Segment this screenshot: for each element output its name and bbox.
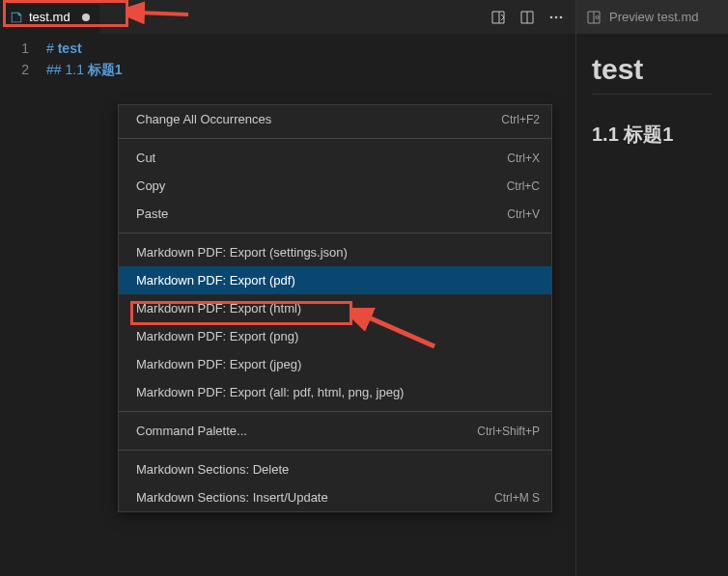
split-editor-icon[interactable] xyxy=(519,10,535,25)
open-preview-side-icon[interactable] xyxy=(490,10,506,25)
menu-md-export-settings[interactable]: Markdown PDF: Export (settings.json) xyxy=(119,238,551,266)
modified-indicator-icon xyxy=(82,14,90,21)
menu-command-palette[interactable]: Command Palette... Ctrl+Shift+P xyxy=(119,417,551,445)
menu-copy[interactable]: Copy Ctrl+C xyxy=(119,172,551,200)
preview-body: test 1.1 标题1 xyxy=(576,34,728,173)
preview-h2: 1.1 标题1 xyxy=(592,122,713,153)
preview-h1: test xyxy=(592,53,713,95)
preview-tab[interactable]: Preview test.md xyxy=(576,0,728,34)
code-lines[interactable]: # test ## 1.1 标题1 xyxy=(46,38,123,80)
context-menu: Change All Occurrences Ctrl+F2 Cut Ctrl+… xyxy=(118,104,552,512)
preview-tab-label: Preview test.md xyxy=(609,10,698,24)
tab-filename: test.md xyxy=(29,10,70,24)
menu-separator xyxy=(119,233,551,233)
preview-pane: Preview test.md test 1.1 标题1 xyxy=(575,0,728,576)
menu-md-export-jpeg[interactable]: Markdown PDF: Export (jpeg) xyxy=(119,350,551,378)
menu-md-sections-insert[interactable]: Markdown Sections: Insert/Update Ctrl+M … xyxy=(119,483,551,511)
tab-bar: test.md xyxy=(0,0,575,34)
menu-separator xyxy=(119,450,551,451)
menu-md-sections-delete[interactable]: Markdown Sections: Delete xyxy=(119,455,551,483)
menu-md-export-png[interactable]: Markdown PDF: Export (png) xyxy=(119,322,551,350)
line-number: 1 xyxy=(0,38,29,59)
tab-actions xyxy=(490,10,575,25)
menu-md-export-pdf[interactable]: Markdown PDF: Export (pdf) xyxy=(119,266,551,294)
menu-separator xyxy=(119,138,551,139)
editor-tab-testmd[interactable]: test.md xyxy=(0,0,99,34)
menu-paste[interactable]: Paste Ctrl+V xyxy=(119,200,551,228)
line-number: 2 xyxy=(0,59,29,80)
preview-icon xyxy=(586,10,602,25)
line-gutter: 1 2 xyxy=(0,38,46,80)
code-line-1: # test xyxy=(46,38,123,59)
editor-content[interactable]: 1 2 # test ## 1.1 标题1 xyxy=(0,34,575,80)
svg-point-1 xyxy=(555,15,558,18)
menu-cut[interactable]: Cut Ctrl+X xyxy=(119,144,551,172)
menu-md-export-html[interactable]: Markdown PDF: Export (html) xyxy=(119,294,551,322)
menu-md-export-all[interactable]: Markdown PDF: Export (all: pdf, html, pn… xyxy=(119,378,551,406)
svg-point-2 xyxy=(560,15,563,18)
menu-separator xyxy=(119,411,551,412)
markdown-file-icon xyxy=(10,11,23,24)
svg-point-3 xyxy=(596,15,599,18)
code-line-2: ## 1.1 标题1 xyxy=(46,59,123,80)
menu-change-all-occurrences[interactable]: Change All Occurrences Ctrl+F2 xyxy=(119,105,551,133)
svg-point-0 xyxy=(550,15,553,18)
more-actions-icon[interactable] xyxy=(548,10,564,25)
